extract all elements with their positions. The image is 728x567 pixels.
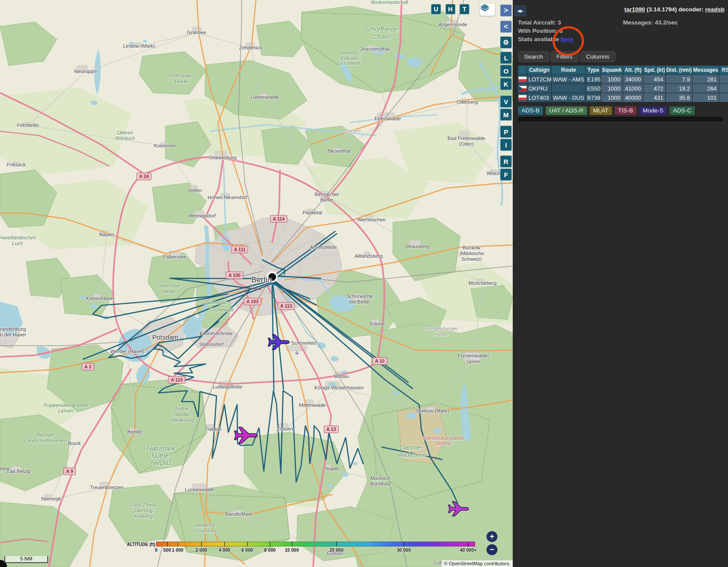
table-cell: LOT2CM <box>527 75 551 84</box>
panel-expand-button[interactable]: > <box>500 4 512 17</box>
panel-collapse-button[interactable]: < <box>500 21 512 33</box>
table-cell: WAW - DUS <box>552 93 585 102</box>
legend-tick-label: 40 000+ <box>460 547 476 553</box>
map-button-m[interactable]: M <box>500 108 512 121</box>
column-header[interactable]: Alt. (ft) <box>623 66 643 74</box>
table-cell: E195 <box>586 75 601 84</box>
legend-tick <box>468 542 469 546</box>
map-canvas[interactable]: GranseeZehdenickLindow (Mark)Joachimstha… <box>0 0 513 567</box>
tab-columns[interactable]: Columns <box>580 51 616 62</box>
table-cell: E550 <box>586 84 601 93</box>
table-cell: 1000 <box>601 93 623 102</box>
receiver-marker <box>267 272 277 282</box>
settings-gear-button[interactable]: ⚙ <box>500 36 512 49</box>
tar1090-link[interactable]: tar1090 <box>624 6 645 13</box>
table-cell: 431 <box>644 93 665 102</box>
messages-stat: Messages: 43.2/sec <box>623 19 678 26</box>
tab-search[interactable]: Search <box>518 51 549 62</box>
table-cell: 454 <box>644 75 665 84</box>
legend-tick <box>201 542 202 546</box>
filter-mode-s[interactable]: Mode-S <box>639 106 667 115</box>
total-aircraft-stat: Total Aircraft: 3 <box>518 19 561 26</box>
table-cell <box>719 75 728 84</box>
flag-cell <box>518 84 527 93</box>
table-cell <box>552 84 585 93</box>
flag-pl-icon <box>518 77 527 82</box>
with-position-stat: With Position: 3 <box>518 28 563 34</box>
map-scale-bar: 5 NM <box>4 556 48 563</box>
legend-tick <box>178 542 178 546</box>
altitude-filter-slider[interactable] <box>518 117 723 121</box>
column-header[interactable]: Dist. (nmi) <box>666 66 692 74</box>
table-cell: 472 <box>644 84 665 93</box>
filter-ads-c[interactable]: ADS-C <box>669 106 695 115</box>
column-header[interactable]: Messages <box>693 66 719 74</box>
map-button-h[interactable]: H <box>445 4 455 14</box>
legend-tick <box>270 542 270 546</box>
filter-uat-ads-r[interactable]: UAT / ADS-R <box>546 106 587 115</box>
stats-here-link[interactable]: here <box>561 36 574 42</box>
legend-tick-label: 10 000 <box>285 547 299 553</box>
column-header[interactable]: RSSI <box>719 66 728 74</box>
map-button-i[interactable]: I <box>500 139 512 151</box>
map-button-o[interactable]: O <box>500 65 512 77</box>
map-button-r[interactable]: R <box>500 155 512 168</box>
app-title: tar1090 (3.14.1794) decoder: readsb <box>624 6 724 13</box>
legend-tick-label: 20 000 <box>329 547 343 553</box>
tab-filters[interactable]: Filters <box>550 51 579 62</box>
table-row[interactable]: OKPRJE55010004100047219.2264 <box>518 84 728 93</box>
table-cell: 281 <box>693 75 719 84</box>
map-button-l[interactable]: L <box>500 52 512 64</box>
map-button-f[interactable]: F <box>500 168 512 181</box>
column-header[interactable]: Type <box>586 66 601 74</box>
legend-tick <box>224 542 225 546</box>
legend-tick <box>247 542 248 546</box>
readsb-link[interactable]: readsb <box>705 6 724 13</box>
column-header[interactable] <box>518 66 527 74</box>
filter-tis-b[interactable]: TIS-B <box>615 106 637 115</box>
table-cell: LOT403 <box>527 93 551 102</box>
zoom-in-button[interactable]: + <box>486 531 497 542</box>
map-button-t[interactable]: T <box>459 4 469 14</box>
table-cell: 35.8 <box>666 93 692 102</box>
table-header-row: CallsignRouteTypeSquawkAlt. (ft)Spd. (kt… <box>518 66 728 74</box>
flag-cz-icon <box>518 86 527 91</box>
altitude-legend-bar <box>156 542 475 546</box>
legend-tick-label: 6 000 <box>242 547 253 553</box>
aircraft-table: CallsignRouteTypeSquawkAlt. (ft)Spd. (kt… <box>518 66 728 102</box>
table-cell <box>719 93 728 102</box>
layers-icon <box>480 4 490 11</box>
table-cell: OKPRJ <box>527 84 551 93</box>
legend-tick-label: 2 000 <box>196 547 207 553</box>
sidebar-toggle-button[interactable]: ◀▶ <box>514 6 526 16</box>
map-button-v[interactable]: V <box>500 95 512 108</box>
table-row[interactable]: LOT2CMWAW - AMSE1951000340004547.9281 <box>518 75 728 84</box>
legend-tick <box>167 542 168 546</box>
legend-tick-label: 0 <box>155 547 158 553</box>
column-header[interactable]: Spd. (kt) <box>644 66 665 74</box>
column-header[interactable]: Squawk <box>601 66 623 74</box>
altitude-legend-title: ALTITUDE (ft) <box>127 542 155 547</box>
table-cell: 19.2 <box>666 84 692 93</box>
filter-mlat[interactable]: MLAT <box>590 106 612 115</box>
sidebar-tabs: SearchFiltersColumns <box>518 51 616 62</box>
tar1090-app: GranseeZehdenickLindow (Mark)Joachimstha… <box>0 0 728 567</box>
column-header[interactable]: Route <box>552 66 585 74</box>
table-cell: WAW - AMS <box>552 75 585 84</box>
flag-cell <box>518 75 527 84</box>
stats-available: Stats available here <box>518 36 573 42</box>
table-cell: 34000 <box>623 75 643 84</box>
map-button-p[interactable]: P <box>500 126 512 138</box>
legend-tick-label: 500 <box>163 547 171 553</box>
filter-ads-b[interactable]: ADS-B <box>518 106 543 115</box>
table-cell <box>719 84 728 93</box>
map-button-u[interactable]: U <box>431 4 441 14</box>
column-header[interactable]: Callsign <box>527 66 551 74</box>
legend-tick-label: 4 000 <box>219 547 230 553</box>
zoom-out-button[interactable]: − <box>486 544 497 555</box>
table-cell: 41000 <box>623 84 643 93</box>
table-row[interactable]: LOT403WAW - DUSB73810004000043135.8101 <box>518 93 728 102</box>
map-button-k[interactable]: K <box>500 78 512 90</box>
layers-button[interactable] <box>480 4 495 16</box>
table-cell: B738 <box>586 93 601 102</box>
